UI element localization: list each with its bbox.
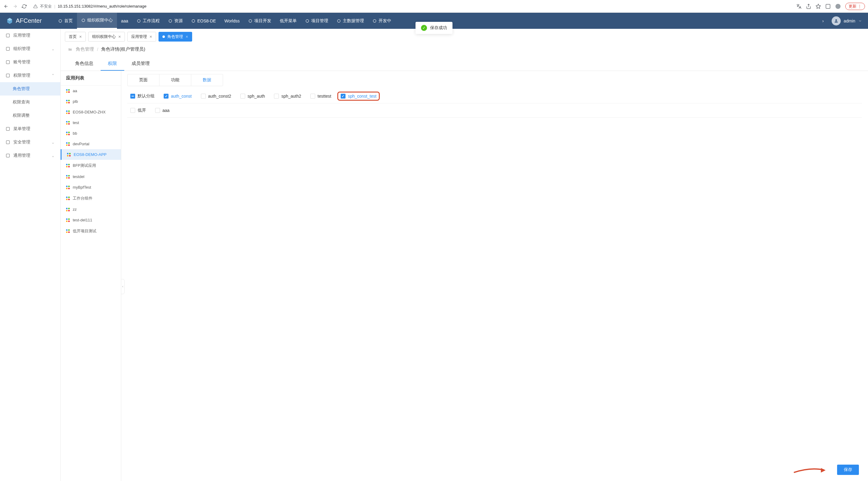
sidebar-item[interactable]: 通用管理⌄ <box>0 149 60 162</box>
checkbox[interactable] <box>164 94 168 98</box>
settings-icon <box>337 19 341 23</box>
sidebar-item[interactable]: 组织管理⌄ <box>0 42 60 56</box>
checkbox[interactable] <box>240 94 245 98</box>
top-nav-item[interactable]: aaa <box>117 13 132 29</box>
detail-tab[interactable]: 角色信息 <box>68 57 101 71</box>
permission-type-tabs: 页面功能数据 <box>127 74 223 86</box>
perm-checkbox[interactable]: auth_const <box>164 94 192 98</box>
logo[interactable]: AFCenter <box>6 17 42 25</box>
page-tab[interactable]: 组织权限中心✕ <box>88 32 125 41</box>
app-list-item[interactable]: EOS8-DEMO-APP <box>61 149 121 160</box>
app-list-item[interactable]: zz <box>61 204 121 215</box>
app-list-item[interactable]: bb <box>61 128 121 139</box>
app-list-item[interactable]: devPortal <box>61 139 121 149</box>
group-checkbox[interactable]: 低开 <box>130 108 146 113</box>
perm-type-tab[interactable]: 功能 <box>159 74 191 86</box>
close-icon[interactable]: ✕ <box>149 35 152 39</box>
sidebar-item[interactable]: 菜单管理 <box>0 122 60 136</box>
app-icon <box>66 111 70 114</box>
checkbox[interactable] <box>310 94 315 98</box>
app-icon <box>66 121 70 125</box>
perm-checkbox[interactable]: sph_auth2 <box>274 94 301 98</box>
translate-icon[interactable] <box>796 4 802 9</box>
app-icon <box>66 197 70 200</box>
permission-panel: 页面功能数据 默认分组auth_constauth_const2sph_auth… <box>121 71 868 481</box>
perm-checkbox[interactable]: aaa <box>155 108 169 113</box>
close-icon[interactable]: ✕ <box>79 35 82 39</box>
user-area[interactable]: admin <box>832 17 862 26</box>
top-nav-item[interactable]: 开发中 <box>368 13 396 29</box>
sidebar-item[interactable]: 安全管理⌄ <box>0 136 60 149</box>
page-tab[interactable]: 首页✕ <box>65 32 86 41</box>
back-icon[interactable] <box>3 3 9 9</box>
menu-icon <box>5 126 10 131</box>
sidebar-sub-item[interactable]: 权限调整 <box>0 109 60 122</box>
checkbox[interactable] <box>155 108 160 113</box>
update-button[interactable]: 更新⋮ <box>845 3 865 10</box>
checkbox[interactable] <box>201 94 206 98</box>
close-icon[interactable]: ✕ <box>118 35 121 39</box>
sidebar-item[interactable]: 账号管理 <box>0 56 60 69</box>
checkbox[interactable] <box>130 108 135 113</box>
checkbox[interactable] <box>274 94 279 98</box>
perm-checkbox[interactable]: sph_auth <box>240 94 265 98</box>
perm-type-tab[interactable]: 数据 <box>191 74 223 86</box>
insecure-label: 不安全 <box>40 4 52 9</box>
reload-icon[interactable] <box>21 3 27 9</box>
url-bar[interactable]: 不安全 | 10.15.15.151:13082/#/menu_auth/rol… <box>30 4 793 9</box>
perm-checkbox[interactable]: testtest <box>310 94 331 98</box>
sidebar-sub-item[interactable]: 权限查询 <box>0 95 60 109</box>
top-nav-item[interactable]: 组织权限中心 <box>77 13 117 29</box>
extensions-icon[interactable] <box>825 4 831 9</box>
top-nav-item[interactable]: 项目管理 <box>301 13 333 29</box>
checkbox[interactable] <box>130 94 135 98</box>
save-button[interactable]: 保存 <box>837 464 859 475</box>
detail-tab[interactable]: 成员管理 <box>124 57 157 71</box>
share-icon[interactable] <box>806 4 811 9</box>
top-nav-item[interactable]: 主数据管理 <box>333 13 368 29</box>
top-nav-item[interactable]: 工作流程 <box>132 13 164 29</box>
app-list-item[interactable]: myBpfTest <box>61 182 121 192</box>
chevron-down-icon: ⌄ <box>51 153 55 158</box>
sidebar-sub-item[interactable]: 角色管理 <box>0 82 60 95</box>
top-nav-item[interactable]: EOS8-DE <box>187 13 220 29</box>
permission-rows: 默认分组auth_constauth_const2sph_authsph_aut… <box>127 89 862 478</box>
perm-checkbox[interactable]: auth_const2 <box>201 94 231 98</box>
forward-icon[interactable] <box>12 3 18 9</box>
page-tab[interactable]: 应用管理✕ <box>127 32 156 41</box>
breadcrumb-parent[interactable]: 角色管理 <box>76 47 94 52</box>
perm-type-tab[interactable]: 页面 <box>128 74 159 86</box>
star-icon[interactable] <box>815 4 821 9</box>
top-nav-item[interactable]: 低开菜单 <box>276 13 301 29</box>
svg-point-4 <box>137 20 140 22</box>
active-dot-icon <box>162 35 165 38</box>
app-list-item[interactable]: BFP测试应用 <box>61 160 121 171</box>
app-list-item[interactable]: testdel <box>61 171 121 182</box>
app-list-item[interactable]: test-del111 <box>61 215 121 226</box>
top-nav-item[interactable]: 资源 <box>164 13 187 29</box>
perm-checkbox[interactable]: sph_const_test <box>341 94 376 98</box>
group-checkbox[interactable]: 默认分组 <box>130 93 155 99</box>
new-icon <box>372 19 377 23</box>
detail-tab[interactable]: 权限 <box>101 57 124 71</box>
app-list-item[interactable]: 工作台组件 <box>61 192 121 204</box>
highlight-annotation: sph_const_test <box>337 92 380 101</box>
sidebar-item[interactable]: 应用管理 <box>0 29 60 42</box>
top-nav-item[interactable]: Worldss <box>220 13 244 29</box>
app-list-item[interactable]: aa <box>61 86 121 96</box>
collapse-handle[interactable]: ‹ <box>121 279 125 294</box>
nav-scroll-right[interactable]: › <box>820 19 826 23</box>
svg-point-8 <box>306 20 309 22</box>
app-list-header: 应用列表 <box>61 71 121 86</box>
top-nav-item[interactable]: 首页 <box>54 13 77 29</box>
checkbox[interactable] <box>341 94 345 98</box>
app-list-item[interactable]: EOS8-DEMO-ZHX <box>61 107 121 117</box>
profile-icon[interactable] <box>835 3 841 9</box>
app-list-item[interactable]: test <box>61 117 121 128</box>
app-list-item[interactable]: 低开项目测试 <box>61 226 121 237</box>
page-tab[interactable]: 角色管理✕ <box>158 32 192 41</box>
sidebar-item[interactable]: 权限管理⌃ <box>0 69 60 82</box>
close-icon[interactable]: ✕ <box>185 35 188 39</box>
top-nav-item[interactable]: 项目开发 <box>244 13 276 29</box>
app-list-item[interactable]: plb <box>61 96 121 107</box>
